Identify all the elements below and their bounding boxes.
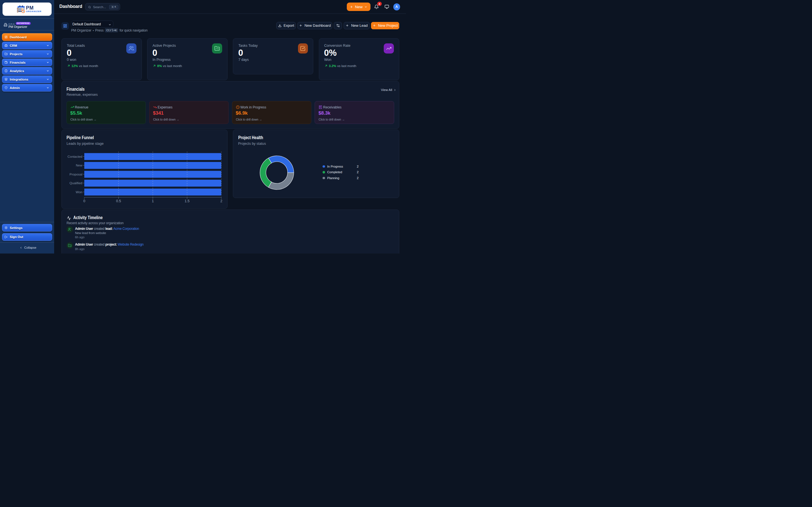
svg-text:0.5: 0.5 xyxy=(116,199,121,203)
svg-text:Qualified: Qualified xyxy=(69,181,82,185)
svg-text:1: 1 xyxy=(152,199,154,203)
svg-text:Contacted: Contacted xyxy=(67,155,82,158)
svg-text:New: New xyxy=(75,164,82,167)
svg-text:0: 0 xyxy=(83,199,85,203)
svg-text:Won: Won xyxy=(75,190,82,193)
svg-text:1.5: 1.5 xyxy=(185,199,189,203)
svg-text:2: 2 xyxy=(220,199,222,203)
svg-text:Proposal: Proposal xyxy=(69,172,82,176)
